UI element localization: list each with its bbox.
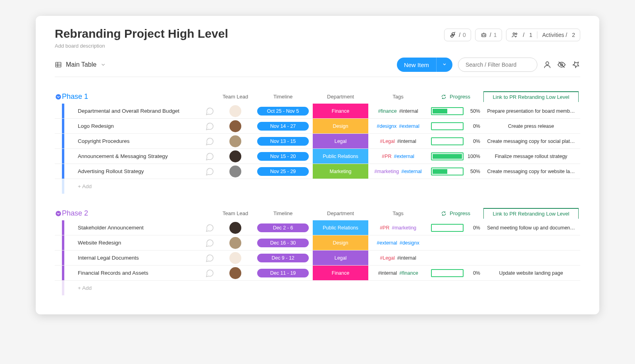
- timeline-cell[interactable]: Dec 11 - 19: [253, 269, 313, 277]
- link-cell[interactable]: Create messaging copy for website la…: [483, 169, 579, 174]
- hide-columns-button[interactable]: [557, 60, 566, 69]
- pin-button[interactable]: [572, 60, 580, 69]
- department-cell[interactable]: Marketing: [313, 164, 368, 179]
- table-row[interactable]: Stakeholder Announcement Dec 2 - 6 Publi…: [55, 220, 580, 235]
- progress-cell[interactable]: 0%: [428, 269, 483, 277]
- item-name[interactable]: Website Redesign: [78, 237, 205, 249]
- team-lead-cell[interactable]: [217, 150, 253, 162]
- item-name[interactable]: Copyright Procedures: [78, 135, 205, 147]
- tag[interactable]: #external: [377, 240, 397, 246]
- timeline-cell[interactable]: Nov 15 - 20: [253, 152, 313, 161]
- chat-button[interactable]: [205, 253, 214, 263]
- department-cell[interactable]: Design: [313, 235, 368, 250]
- chat-button[interactable]: [205, 238, 214, 248]
- tag[interactable]: #PR: [382, 154, 391, 159]
- timeline-cell[interactable]: Nov 13 - 15: [253, 137, 313, 146]
- tag[interactable]: #internal: [397, 255, 416, 261]
- team-lead-cell[interactable]: [217, 120, 253, 132]
- tag[interactable]: #external: [401, 169, 421, 174]
- tags-cell[interactable]: #PR#external: [368, 154, 428, 159]
- tag[interactable]: #external: [399, 123, 419, 129]
- chat-button[interactable]: [205, 152, 214, 161]
- timeline-cell[interactable]: Nov 25 - 29: [253, 167, 313, 176]
- tags-cell[interactable]: #internal#finance: [368, 270, 428, 276]
- tags-cell[interactable]: #designx#external: [368, 123, 428, 129]
- tag[interactable]: #finance: [378, 108, 396, 114]
- add-item-row[interactable]: + Add: [55, 281, 580, 295]
- chat-button[interactable]: [205, 121, 214, 131]
- tags-cell[interactable]: #Legal#internal: [368, 255, 428, 261]
- tags-cell[interactable]: #finance#internal: [368, 108, 428, 114]
- link-cell[interactable]: Finalize message rollout strategy: [483, 154, 579, 159]
- department-cell[interactable]: Legal: [313, 134, 368, 148]
- department-cell[interactable]: Public Relations: [313, 220, 368, 235]
- progress-cell[interactable]: 0%: [428, 224, 483, 232]
- group-title[interactable]: Phase 1: [62, 92, 217, 101]
- department-cell[interactable]: Design: [313, 119, 368, 133]
- tags-cell[interactable]: #Legal#internal: [368, 139, 428, 144]
- new-item-dropdown[interactable]: [436, 58, 452, 72]
- link-cell[interactable]: Prepare presentation for board memb…: [483, 108, 579, 114]
- board-description-placeholder[interactable]: Add board description: [55, 43, 228, 49]
- collapse-button[interactable]: [55, 93, 62, 100]
- team-lead-cell[interactable]: [217, 237, 253, 249]
- link-cell[interactable]: Update website landing page: [483, 270, 579, 276]
- tag[interactable]: #designx: [400, 240, 419, 246]
- table-row[interactable]: Announcement & Messaging Strategy Nov 15…: [55, 149, 580, 164]
- tag[interactable]: #internal: [378, 270, 397, 276]
- tag[interactable]: #designx: [377, 123, 396, 129]
- department-cell[interactable]: Finance: [313, 104, 368, 118]
- add-item-text[interactable]: + Add: [78, 285, 580, 291]
- view-switcher[interactable]: Main Table: [55, 61, 106, 68]
- team-lead-cell[interactable]: [217, 252, 253, 264]
- tags-cell[interactable]: #marketing#external: [368, 169, 428, 174]
- link-cell[interactable]: Create press release: [483, 123, 579, 129]
- item-name[interactable]: Departmental and Overall Rebrand Budget: [78, 105, 205, 117]
- item-name[interactable]: Logo Redesign: [78, 120, 205, 132]
- department-cell[interactable]: Finance: [313, 266, 368, 280]
- timeline-cell[interactable]: Oct 25 - Nov 5: [253, 107, 313, 116]
- timeline-cell[interactable]: Dec 9 - 12: [253, 254, 313, 262]
- chat-button[interactable]: [205, 223, 214, 233]
- progress-cell[interactable]: 0%: [428, 122, 483, 130]
- chat-button[interactable]: [205, 167, 214, 176]
- chat-button[interactable]: [205, 268, 214, 278]
- team-lead-cell[interactable]: [217, 135, 253, 147]
- table-row[interactable]: Internal Legal Documents Dec 9 - 12 Lega…: [55, 250, 580, 266]
- activities-pill[interactable]: /1 Activities / 2: [506, 29, 581, 41]
- chat-button[interactable]: [205, 137, 214, 146]
- tags-cell[interactable]: #PR#marketing: [368, 225, 428, 231]
- team-lead-cell[interactable]: [217, 105, 253, 117]
- item-name[interactable]: Advertising Rollout Strategy: [78, 165, 205, 177]
- timeline-cell[interactable]: Dec 2 - 6: [253, 223, 313, 232]
- item-name[interactable]: Stakeholder Announcement: [78, 221, 205, 234]
- item-name[interactable]: Financial Records and Assets: [78, 267, 205, 279]
- table-row[interactable]: Logo Redesign Nov 14 - 27 Design #design…: [55, 119, 580, 134]
- link-cell[interactable]: Send meeting follow up and documen…: [483, 225, 579, 231]
- tags-cell[interactable]: #external#designx: [368, 240, 428, 246]
- table-row[interactable]: Copyright Procedures Nov 13 - 15 Legal #…: [55, 134, 580, 149]
- collapse-button[interactable]: [55, 210, 62, 217]
- progress-cell[interactable]: 100%: [428, 152, 483, 160]
- item-name[interactable]: Internal Legal Documents: [78, 252, 205, 264]
- add-item-text[interactable]: + Add: [78, 183, 580, 189]
- tag[interactable]: #finance: [399, 270, 418, 276]
- integrations-pill[interactable]: /0: [444, 29, 471, 41]
- department-cell[interactable]: Legal: [313, 250, 368, 265]
- team-lead-cell[interactable]: [217, 166, 253, 177]
- board-title[interactable]: Rebranding Project High Level: [55, 27, 228, 40]
- timeline-cell[interactable]: Nov 14 - 27: [253, 122, 313, 131]
- progress-cell[interactable]: 0%: [428, 137, 483, 145]
- timeline-cell[interactable]: Dec 16 - 30: [253, 239, 313, 247]
- tag[interactable]: #Legal: [380, 255, 395, 261]
- table-row[interactable]: Departmental and Overall Rebrand Budget …: [55, 104, 580, 119]
- team-lead-cell[interactable]: [217, 267, 253, 279]
- team-lead-cell[interactable]: [217, 222, 253, 234]
- table-row[interactable]: Financial Records and Assets Dec 11 - 19…: [55, 266, 580, 281]
- tag[interactable]: #PR: [380, 225, 389, 231]
- tag[interactable]: #internal: [397, 139, 416, 144]
- add-item-row[interactable]: + Add: [55, 179, 580, 194]
- new-item-button[interactable]: New Item: [397, 58, 452, 72]
- progress-cell[interactable]: 50%: [428, 107, 483, 115]
- tag[interactable]: #internal: [399, 108, 418, 114]
